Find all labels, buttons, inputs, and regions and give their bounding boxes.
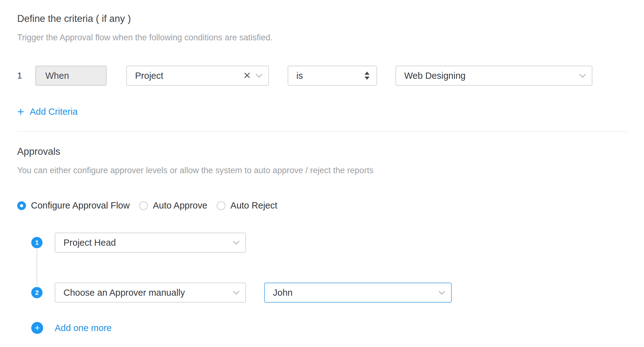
add-one-more-link[interactable]: + Add one more (31, 322, 112, 334)
radio-label: Configure Approval Flow (31, 200, 130, 211)
clear-field-icon[interactable]: ✕ (243, 71, 251, 80)
when-button[interactable]: When (35, 66, 107, 86)
chevron-down-icon (233, 238, 239, 244)
approval-level-2-row: 2 Choose an Approver manually John (31, 283, 627, 303)
approval-level-1-row: 1 Project Head (31, 233, 627, 253)
add-one-more-label: Add one more (55, 323, 112, 333)
chevron-down-icon (233, 288, 239, 294)
radio-configure-approval-flow[interactable]: Configure Approval Flow (17, 200, 130, 211)
chevron-down-icon (439, 288, 445, 294)
plus-icon: + (17, 106, 24, 117)
radio-unselected-icon (139, 201, 148, 210)
add-criteria-label: Add Criteria (30, 106, 78, 117)
approvals-section: Approvals You can either configure appro… (17, 146, 627, 334)
criteria-value-value: Web Designing (404, 71, 465, 81)
criteria-section: Define the criteria ( if any ) Trigger t… (17, 13, 627, 117)
radio-label: Auto Approve (153, 200, 207, 211)
level-2-approver-name-select[interactable]: John (264, 283, 452, 303)
radio-label: Auto Reject (230, 200, 277, 211)
radio-dot (20, 204, 23, 207)
level-1-approver-type-value: Project Head (63, 238, 116, 248)
criteria-row-number: 1 (17, 71, 23, 81)
arrow-down-icon (365, 77, 370, 80)
criteria-value-select[interactable]: Web Designing (395, 66, 592, 86)
add-criteria-link[interactable]: + Add Criteria (17, 106, 78, 117)
level-2-approver-name-value: John (273, 288, 293, 298)
criteria-operator-value: is (296, 71, 303, 81)
criteria-field-value: Project (135, 71, 163, 81)
approval-flow-levels: 1 Project Head 2 Choose an Approver manu… (31, 233, 627, 303)
field-select-icons: ✕ (243, 71, 261, 80)
level-connector-line (37, 249, 37, 286)
level-2-approver-type-value: Choose an Approver manually (63, 288, 185, 298)
level-1-approver-type-select[interactable]: Project Head (55, 233, 246, 253)
approvals-subtitle: You can either configure approver levels… (17, 165, 627, 175)
criteria-field-select[interactable]: Project ✕ (126, 66, 269, 86)
radio-auto-approve[interactable]: Auto Approve (139, 200, 207, 211)
level-1-badge: 1 (31, 237, 43, 248)
approval-settings-page: Define the criteria ( if any ) Trigger t… (0, 0, 644, 347)
approvals-title: Approvals (17, 146, 627, 157)
plus-icon: + (34, 323, 40, 333)
criteria-title: Define the criteria ( if any ) (17, 13, 627, 24)
section-divider (17, 131, 627, 132)
level-2-badge: 2 (31, 287, 43, 298)
criteria-subtitle: Trigger the Approval flow when the follo… (17, 33, 627, 43)
chevron-down-icon (579, 71, 586, 78)
plus-circle-icon: + (31, 322, 43, 334)
updown-arrows-icon (365, 72, 370, 80)
arrow-up-icon (365, 72, 370, 75)
criteria-row: 1 When Project ✕ is Web Designing (17, 66, 627, 86)
chevron-down-icon (256, 71, 262, 78)
criteria-operator-select[interactable]: is (288, 66, 377, 86)
level-2-approver-type-select[interactable]: Choose an Approver manually (55, 283, 246, 303)
approval-mode-options: Configure Approval Flow Auto Approve Aut… (17, 200, 627, 211)
radio-selected-icon (17, 201, 26, 210)
radio-unselected-icon (217, 201, 225, 210)
radio-auto-reject[interactable]: Auto Reject (217, 200, 277, 211)
